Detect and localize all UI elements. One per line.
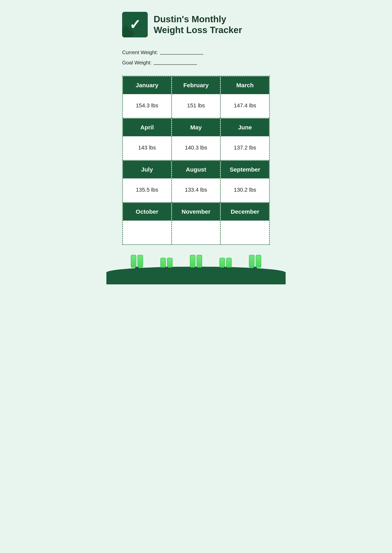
footer xyxy=(122,245,270,284)
dumbbell-base xyxy=(253,267,257,271)
month-value-december xyxy=(221,221,269,244)
month-cell-november: November xyxy=(172,202,221,245)
month-cell-april: April143 lbs xyxy=(123,118,172,160)
month-name-january: January xyxy=(136,82,158,88)
month-name-june: June xyxy=(238,124,252,131)
plate-left xyxy=(190,255,196,268)
dumbbell-base xyxy=(135,267,139,271)
goal-weight-input[interactable] xyxy=(154,61,197,65)
current-weight-input[interactable] xyxy=(160,50,203,55)
goal-weight-label: Goal Weight: xyxy=(122,57,152,68)
dumbbell-5 xyxy=(249,255,261,271)
month-weight-september: 130.2 lbs xyxy=(234,187,256,193)
month-header-september: September xyxy=(221,161,269,179)
month-weight-may: 140.3 lbs xyxy=(185,145,207,151)
month-name-july: July xyxy=(141,166,153,173)
months-grid: January154.3 lbsFebruary151 lbsMarch147.… xyxy=(122,76,270,245)
dumbbell-3 xyxy=(190,255,202,271)
month-cell-february: February151 lbs xyxy=(172,76,221,118)
month-cell-march: March147.4 lbs xyxy=(220,76,269,118)
month-cell-december: December xyxy=(220,202,269,245)
month-value-november xyxy=(172,221,220,244)
month-value-august: 133.4 lbs xyxy=(172,179,220,202)
checkmark-icon: ✓ xyxy=(129,18,141,32)
month-value-january: 154.3 lbs xyxy=(123,94,171,118)
dumbbell-plates xyxy=(131,255,143,268)
plate-right xyxy=(256,255,261,268)
month-cell-may: May140.3 lbs xyxy=(172,118,221,160)
month-name-march: March xyxy=(236,82,253,88)
month-value-october xyxy=(123,221,171,244)
month-header-june: June xyxy=(221,118,269,136)
plate-left xyxy=(131,255,136,268)
dumbbell-base xyxy=(224,267,228,271)
current-weight-label: Current Weight: xyxy=(122,47,158,57)
month-value-may: 140.3 lbs xyxy=(172,136,220,160)
month-name-september: September xyxy=(230,166,260,173)
month-header-march: March xyxy=(221,76,269,94)
plate-right xyxy=(226,258,232,268)
month-header-may: May xyxy=(172,118,220,136)
month-cell-january: January154.3 lbs xyxy=(123,76,172,118)
month-name-february: February xyxy=(183,82,209,88)
month-header-february: February xyxy=(172,76,220,94)
month-name-may: May xyxy=(190,124,202,131)
month-header-january: January xyxy=(123,76,171,94)
plate-left xyxy=(219,258,225,268)
dumbbell-plates xyxy=(190,255,202,268)
plate-left xyxy=(160,258,166,268)
month-header-august: August xyxy=(172,161,220,179)
weight-fields: Current Weight: Goal Weight: xyxy=(122,47,270,68)
header: ✓ Dustin's MonthlyWeight Loss Tracker xyxy=(122,12,270,37)
month-weight-april: 143 lbs xyxy=(138,145,156,151)
month-weight-july: 135.5 lbs xyxy=(136,187,158,193)
dumbbell-4 xyxy=(219,258,232,271)
plate-right xyxy=(167,258,173,268)
month-value-february: 151 lbs xyxy=(172,94,220,118)
dumbbell-row xyxy=(122,255,270,271)
dumbbell-2 xyxy=(160,258,173,271)
dumbbell-plates xyxy=(249,255,261,268)
current-weight-line: Current Weight: xyxy=(122,47,270,57)
dumbbell-base xyxy=(164,267,168,271)
logo-icon: ✓ xyxy=(122,12,148,37)
month-value-june: 137.2 lbs xyxy=(221,136,269,160)
month-cell-july: July135.5 lbs xyxy=(123,160,172,202)
dumbbell-base xyxy=(194,267,198,271)
month-weight-june: 137.2 lbs xyxy=(234,145,256,151)
goal-weight-line: Goal Weight: xyxy=(122,57,270,68)
month-weight-january: 154.3 lbs xyxy=(136,102,158,109)
month-header-july: July xyxy=(123,161,171,179)
plate-left xyxy=(249,255,254,268)
month-value-september: 130.2 lbs xyxy=(221,179,269,202)
month-value-april: 143 lbs xyxy=(123,136,171,160)
dumbbell-plates xyxy=(219,258,232,268)
month-name-december: December xyxy=(231,208,259,215)
month-name-august: August xyxy=(186,166,206,173)
month-weight-february: 151 lbs xyxy=(187,102,205,109)
month-header-april: April xyxy=(123,118,171,136)
plate-right xyxy=(196,255,202,268)
month-value-march: 147.4 lbs xyxy=(221,94,269,118)
month-cell-august: August133.4 lbs xyxy=(172,160,221,202)
month-cell-october: October xyxy=(123,202,172,245)
month-cell-september: September130.2 lbs xyxy=(220,160,269,202)
month-header-october: October xyxy=(123,203,171,221)
dumbbell-1 xyxy=(131,255,143,271)
month-weight-march: 147.4 lbs xyxy=(234,102,256,109)
page: ✓ Dustin's MonthlyWeight Loss Tracker Cu… xyxy=(106,0,286,284)
month-weight-august: 133.4 lbs xyxy=(185,187,207,193)
month-header-november: November xyxy=(172,203,220,221)
page-title: Dustin's MonthlyWeight Loss Tracker xyxy=(154,14,242,35)
dumbbell-plates xyxy=(160,258,173,268)
month-name-april: April xyxy=(140,124,154,131)
month-name-november: November xyxy=(182,208,210,215)
month-cell-june: June137.2 lbs xyxy=(220,118,269,160)
month-value-july: 135.5 lbs xyxy=(123,179,171,202)
plate-right xyxy=(138,255,143,268)
month-header-december: December xyxy=(221,203,269,221)
month-name-october: October xyxy=(136,208,158,215)
